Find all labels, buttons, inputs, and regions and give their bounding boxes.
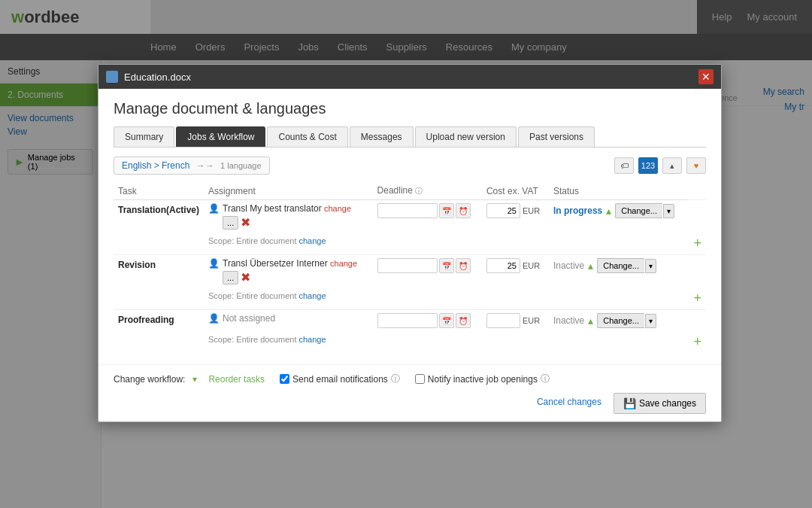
assignment-cell-proofreading: 👤 Not assigned (204, 310, 373, 332)
stats-icon-3[interactable]: ▴ (588, 315, 593, 327)
deadline-input-1[interactable] (377, 203, 438, 218)
language-icons: 🏷 123 ▴ ♥ (614, 157, 706, 174)
change-arrow-1[interactable]: ▾ (663, 204, 674, 218)
change-dropdown-1: Change... ▾ (615, 203, 674, 218)
tab-summary[interactable]: Summary (114, 126, 174, 147)
change-arrow-3[interactable]: ▾ (645, 314, 656, 328)
cost-input-1[interactable] (486, 203, 520, 218)
cancel-changes-link[interactable]: Cancel changes (531, 393, 607, 414)
cost-input-2[interactable] (486, 258, 520, 273)
calendar-icon-1[interactable]: 📅 (439, 203, 454, 218)
calendar-icon-3[interactable]: 📅 (439, 313, 454, 328)
notify-inactive-checkbox-label: Notify inactive job openings ⓘ (415, 373, 550, 385)
cost-cell-3: EUR (482, 310, 549, 332)
status-label-1: In progress (553, 205, 602, 216)
deadline-info-icon[interactable]: ⓘ (415, 187, 423, 195)
tab-jobs-workflow[interactable]: Jobs & Workflow (176, 126, 265, 147)
col-deadline: Deadline ⓘ (373, 182, 482, 200)
save-icon: 💾 (623, 397, 636, 409)
assignee-name-2: Übersetzer Interner (250, 258, 327, 269)
tab-messages[interactable]: Messages (350, 126, 414, 147)
person-icon-1: 👤 (208, 203, 220, 214)
send-email-checkbox-label: Send email notifications ⓘ (280, 373, 400, 385)
plus-btn-2[interactable]: + (693, 291, 701, 306)
scope-cell-1: Scope: Entire document change (204, 233, 688, 255)
col-cost: Cost ex. VAT (482, 182, 549, 200)
status-cell-2: Inactive ▴ Change... ▾ (549, 255, 688, 288)
tab-past-versions[interactable]: Past versions (518, 126, 595, 147)
count-icon-btn[interactable]: 123 (638, 157, 658, 174)
tab-upload-version[interactable]: Upload new version (415, 126, 517, 147)
modal-close-button[interactable]: ✕ (698, 69, 714, 84)
remove-icon-1[interactable]: ✖ (241, 215, 250, 230)
status-label-3: Inactive (553, 315, 584, 326)
assignment-cell-revision: 👤 Transl Übersetzer Interner change ... … (204, 255, 373, 288)
footer-actions: Cancel changes 💾 Save changes (531, 393, 706, 414)
change-btn-3[interactable]: Change... (597, 313, 644, 328)
send-email-checkbox[interactable] (280, 374, 289, 384)
col-assignment: Assignment (204, 182, 373, 200)
language-count: 1 language (220, 161, 261, 170)
col-status: Status (549, 182, 688, 200)
chart-icon-btn2[interactable]: ▴ (662, 157, 682, 174)
table-row: Translation(Active) 👤 Transl My best tra… (114, 200, 706, 233)
workflow-dropdown[interactable]: ▾ (192, 374, 197, 385)
task-cell-translation: Translation(Active) (114, 200, 204, 255)
currency-1: EUR (523, 206, 540, 215)
tag-icon-btn[interactable]: 🏷 (614, 157, 634, 174)
status-cell-3: Inactive ▴ Change... ▾ (549, 310, 688, 332)
change-arrow-2[interactable]: ▾ (645, 259, 656, 273)
dots-btn-2[interactable]: ... (223, 271, 238, 284)
clock-icon-3[interactable]: ⏰ (456, 313, 471, 328)
send-email-info-icon[interactable]: ⓘ (391, 373, 400, 385)
dots-btn-1[interactable]: ... (223, 216, 238, 230)
change-dropdown-3: Change... ▾ (597, 313, 656, 328)
change-link-2[interactable]: change (330, 259, 357, 268)
tab-counts-cost[interactable]: Counts & Cost (267, 126, 347, 147)
plus-cell-2: + (688, 287, 706, 310)
language-bar: English > French →→ 1 language 🏷 123 ▴ ♥ (114, 157, 706, 175)
not-assigned-label: Not assigned (223, 313, 275, 324)
modal-footer: Change workflow: ▾ Reorder tasks Send em… (98, 364, 721, 421)
status-cell-1: In progress ▴ Change... ▾ (549, 200, 688, 233)
task-name-revision: Revision (118, 260, 156, 270)
heart-icon-btn[interactable]: ♥ (686, 157, 706, 174)
clock-icon-2[interactable]: ⏰ (456, 258, 471, 273)
calendar-icon-2[interactable]: 📅 (439, 258, 454, 273)
language-selector[interactable]: English > French →→ 1 language (114, 157, 270, 175)
plus-btn-3[interactable]: + (693, 334, 701, 350)
notify-inactive-info-icon[interactable]: ⓘ (541, 373, 550, 385)
document-icon (106, 71, 118, 83)
workflow-arrow-icon: ▾ (192, 374, 197, 385)
assignment-cell-translation: 👤 Transl My best translator change ... ✖ (204, 200, 373, 233)
person-icon-3: 👤 (208, 313, 220, 324)
deadline-cell-3: 📅 ⏰ (373, 310, 482, 332)
clock-icon-1[interactable]: ⏰ (456, 203, 471, 218)
scope-change-link-2[interactable]: change (299, 291, 326, 300)
modal-body: Manage document & languages Summary Jobs… (98, 89, 721, 364)
scope-cell-2: Scope: Entire document change (204, 287, 688, 310)
cost-input-3[interactable] (486, 313, 520, 328)
scope-change-link-3[interactable]: change (299, 335, 326, 344)
task-name-proofreading: Proofreading (118, 315, 174, 325)
col-task: Task (114, 182, 204, 200)
change-btn-2[interactable]: Change... (597, 258, 644, 273)
scope-cell-3: Scope: Entire document change (204, 331, 688, 353)
save-changes-button[interactable]: 💾 Save changes (614, 393, 706, 414)
workflow-label: Change workflow: (114, 374, 185, 385)
plus-btn-1[interactable]: + (693, 236, 701, 251)
modal-title: Education.docx (124, 71, 191, 83)
notify-inactive-checkbox[interactable] (415, 374, 425, 384)
scope-change-link-1[interactable]: change (299, 236, 326, 245)
stats-icon-2[interactable]: ▴ (588, 260, 593, 272)
scope-text-3: Scope: Entire document change (208, 335, 326, 344)
assignee-prefix-1: Transl (223, 203, 247, 214)
stats-icon-1[interactable]: ▴ (606, 205, 611, 217)
deadline-input-3[interactable] (377, 313, 438, 328)
change-btn-1[interactable]: Change... (615, 203, 662, 218)
cost-cell-2: EUR (482, 255, 549, 288)
remove-icon-2[interactable]: ✖ (241, 270, 250, 284)
change-link-1[interactable]: change (324, 204, 351, 213)
reorder-tasks-link[interactable]: Reorder tasks (208, 374, 265, 385)
deadline-input-2[interactable] (377, 258, 438, 273)
